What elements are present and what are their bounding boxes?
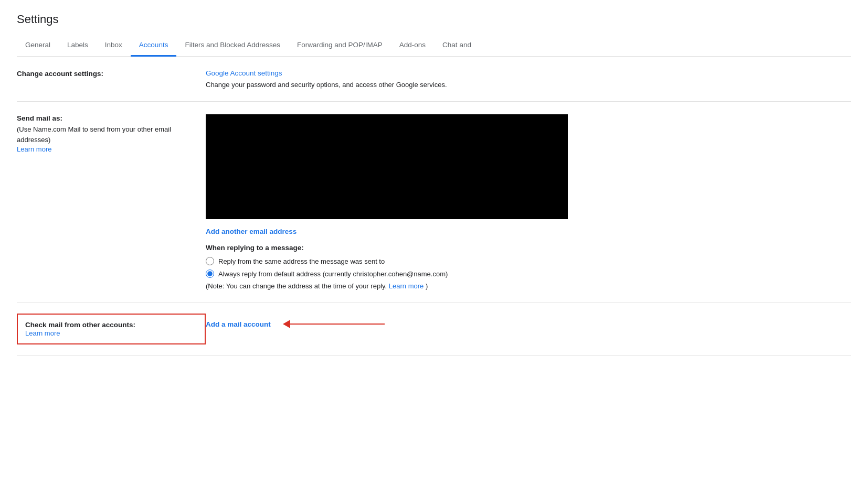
send-mail-learn-more-link[interactable]: Learn more xyxy=(17,145,51,153)
tab-chat[interactable]: Chat and xyxy=(434,35,480,57)
change-account-section: Change account settings: Google Account … xyxy=(17,57,851,102)
check-mail-learn-more-link[interactable]: Learn more xyxy=(25,329,60,337)
send-mail-title: Send mail as: xyxy=(17,114,193,122)
reply-same-address-option[interactable]: Reply from the same address the message … xyxy=(206,257,851,265)
arrow-head-icon xyxy=(283,320,290,328)
reply-learn-more-link[interactable]: Learn more xyxy=(389,282,424,290)
settings-content: Change account settings: Google Account … xyxy=(0,57,868,355)
send-mail-section: Send mail as: (Use Name.com Mail to send… xyxy=(17,102,851,303)
tab-general[interactable]: General xyxy=(17,35,59,57)
check-mail-title: Check mail from other accounts: xyxy=(25,321,197,329)
add-email-link[interactable]: Add another email address xyxy=(206,228,851,235)
reply-note-text: (Note: You can change the address at the… xyxy=(206,282,387,290)
reply-heading: When replying to a message: xyxy=(206,244,851,252)
send-mail-desc: (Use Name.com Mail to send from your oth… xyxy=(17,124,193,145)
reply-note: (Note: You can change the address at the… xyxy=(206,282,851,290)
tabs-nav: General Labels Inbox Accounts Filters an… xyxy=(17,35,851,57)
tab-inbox[interactable]: Inbox xyxy=(97,35,131,57)
reply-default-address-option[interactable]: Always reply from default address (curre… xyxy=(206,269,851,278)
reply-note-suffix: ) xyxy=(426,282,428,290)
tab-labels[interactable]: Labels xyxy=(59,35,97,57)
reply-same-address-label: Reply from the same address the message … xyxy=(218,257,385,265)
check-mail-label-box: Check mail from other accounts: Learn mo… xyxy=(17,314,206,344)
send-mail-black-box xyxy=(206,114,568,219)
tab-filters[interactable]: Filters and Blocked Addresses xyxy=(176,35,289,57)
page-title: Settings xyxy=(17,13,851,26)
google-account-settings-link[interactable]: Google Account settings xyxy=(206,69,851,77)
change-account-description: Change your password and security option… xyxy=(206,81,447,89)
send-mail-content: Add another email address When replying … xyxy=(206,114,851,290)
change-account-content: Google Account settings Change your pass… xyxy=(206,69,851,89)
send-mail-label: Send mail as: (Use Name.com Mail to send… xyxy=(17,114,206,290)
arrow-annotation xyxy=(283,320,385,328)
change-account-title: Change account settings: xyxy=(17,70,103,78)
arrow-line xyxy=(290,324,385,325)
add-mail-account-link[interactable]: Add a mail account xyxy=(206,320,271,328)
reply-default-address-label: Always reply from default address (curre… xyxy=(218,270,448,278)
reply-same-address-radio[interactable] xyxy=(206,257,214,265)
change-account-label: Change account settings: xyxy=(17,69,206,89)
check-mail-content: Add a mail account xyxy=(206,314,851,328)
page-header: Settings General Labels Inbox Accounts F… xyxy=(0,0,868,57)
tab-accounts[interactable]: Accounts xyxy=(131,35,177,57)
tab-forwarding[interactable]: Forwarding and POP/IMAP xyxy=(289,35,391,57)
tab-addons[interactable]: Add-ons xyxy=(391,35,434,57)
reply-default-address-radio[interactable] xyxy=(206,269,214,278)
check-mail-section: Check mail from other accounts: Learn mo… xyxy=(17,303,851,355)
